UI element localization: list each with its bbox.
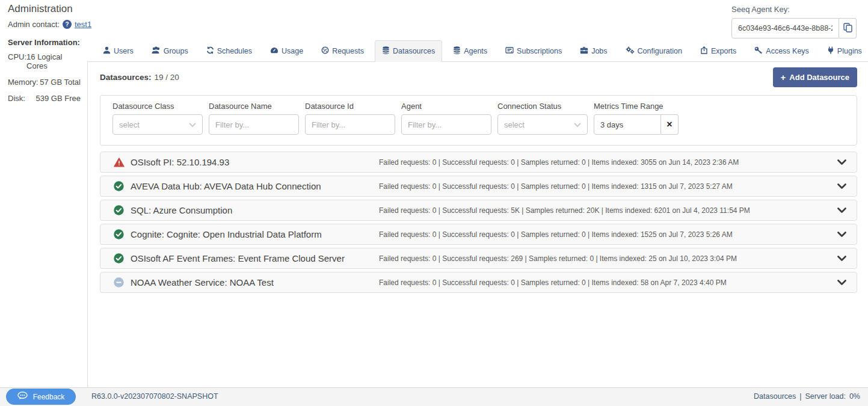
tab-requests[interactable]: Requests bbox=[314, 40, 371, 62]
datasource-id-input[interactable] bbox=[305, 114, 395, 135]
clear-filter-button[interactable]: × bbox=[661, 114, 679, 135]
tab-label: Access Keys bbox=[766, 47, 809, 55]
datasource-row-sql[interactable]: SQL: Azure Consumption Failed requests: … bbox=[100, 200, 857, 221]
feedback-button[interactable]: Feedback bbox=[6, 389, 76, 405]
tab-bar: Users Groups Schedules Usage Requests Da… bbox=[87, 0, 868, 62]
chevron-down-icon bbox=[189, 120, 196, 129]
tab-exports[interactable]: Exports bbox=[693, 40, 743, 62]
plus-icon: + bbox=[781, 75, 786, 81]
select-placeholder: select bbox=[119, 120, 140, 129]
datasources-heading: Datasources: bbox=[100, 73, 152, 82]
page-title: Administration bbox=[8, 3, 73, 15]
tab-label: Users bbox=[114, 47, 134, 55]
server-info-disk: Disk: 539 GB Free bbox=[8, 94, 81, 103]
refresh-icon bbox=[206, 46, 214, 56]
clear-x-icon: × bbox=[666, 119, 672, 130]
server-info-cpu: CPU: 16 Logical Cores bbox=[8, 52, 81, 70]
datasource-stats: Failed requests: 0 | Successful requests… bbox=[379, 254, 831, 263]
version-text: R63.0.0-v202307070802-SNAPSHOT bbox=[91, 392, 218, 401]
expand-chevron-icon[interactable] bbox=[837, 231, 847, 238]
feedback-label: Feedback bbox=[33, 393, 65, 401]
disk-value: 539 GB Free bbox=[36, 94, 81, 103]
tab-schedules[interactable]: Schedules bbox=[199, 40, 259, 62]
datasource-title: OSIsoft PI: 52.10.194.93 bbox=[131, 157, 379, 167]
tab-jobs[interactable]: Jobs bbox=[573, 40, 614, 62]
cpu-label: CPU: bbox=[8, 52, 26, 70]
metrics-time-range-input[interactable] bbox=[594, 114, 661, 135]
memory-value: 57 GB Total bbox=[40, 78, 81, 87]
datasources-count: Datasources:19 / 20 bbox=[100, 73, 179, 82]
datasource-name-input[interactable] bbox=[209, 114, 299, 135]
status-disabled-icon bbox=[114, 277, 125, 288]
tab-configuration[interactable]: Configuration bbox=[618, 40, 689, 62]
tab-label: Groups bbox=[164, 47, 188, 55]
users-icon bbox=[152, 46, 161, 56]
datasource-stats: Failed requests: 0 | Successful requests… bbox=[379, 230, 831, 239]
add-datasource-label: Add Datasource bbox=[789, 73, 849, 82]
expand-chevron-icon[interactable] bbox=[837, 183, 847, 189]
datasource-stats: Failed requests: 0 | Successful requests… bbox=[379, 182, 831, 191]
datasource-list: OSIsoft PI: 52.10.194.93 Failed requests… bbox=[100, 152, 857, 293]
datasource-stats: Failed requests: 0 | Successful requests… bbox=[379, 278, 831, 287]
tab-label: Jobs bbox=[591, 47, 607, 55]
status-bar: Feedback R63.0.0-v202307070802-SNAPSHOT … bbox=[0, 387, 868, 406]
status-error-icon bbox=[114, 157, 125, 167]
agent-input[interactable] bbox=[401, 114, 491, 135]
datasource-title: SQL: Azure Consumption bbox=[131, 205, 379, 215]
footer-status: Datasources | Server load: 0% bbox=[754, 392, 860, 401]
history-icon bbox=[321, 46, 329, 56]
status-connected-icon bbox=[114, 181, 125, 191]
datasource-stats: Failed requests: 0 | Successful requests… bbox=[379, 206, 831, 215]
filter-label: Agent bbox=[401, 102, 491, 111]
filter-datasource-name: Datasource Name bbox=[209, 102, 299, 135]
tab-label: Configuration bbox=[638, 47, 682, 55]
tab-label: Datasources bbox=[393, 47, 435, 55]
plug-icon bbox=[827, 46, 834, 56]
expand-chevron-icon[interactable] bbox=[837, 279, 847, 286]
datasources-panel: Datasources:19 / 20 + Add Datasource Dat… bbox=[87, 62, 868, 387]
expand-chevron-icon[interactable] bbox=[837, 255, 847, 262]
tab-datasources[interactable]: Datasources bbox=[375, 40, 442, 62]
tab-access-keys[interactable]: Access Keys bbox=[747, 40, 816, 62]
server-load-value: 0% bbox=[849, 392, 860, 401]
briefcase-icon bbox=[580, 46, 588, 56]
expand-chevron-icon[interactable] bbox=[837, 207, 847, 214]
connection-status-select[interactable]: select bbox=[497, 114, 588, 135]
datasource-row-aveva[interactable]: AVEVA Data Hub: AVEVA Data Hub Connectio… bbox=[100, 176, 857, 197]
cpu-value: 16 Logical Cores bbox=[26, 52, 81, 70]
datasource-row-osisoft-pi[interactable]: OSIsoft PI: 52.10.194.93 Failed requests… bbox=[100, 152, 857, 173]
chevron-down-icon bbox=[574, 120, 581, 129]
filter-label: Datasource Name bbox=[209, 102, 299, 111]
tab-groups[interactable]: Groups bbox=[144, 40, 195, 62]
filter-metrics-time-range: Metrics Time Range × bbox=[594, 102, 679, 135]
tab-subscriptions[interactable]: Subscriptions bbox=[498, 40, 569, 62]
footer-divider: | bbox=[799, 392, 801, 401]
tab-agents[interactable]: Agents bbox=[446, 40, 494, 62]
datasource-title: Cognite: Cognite: Open Industrial Data P… bbox=[131, 229, 379, 239]
server-load-label: Server load: bbox=[805, 392, 846, 401]
datasources-count-value: 19 / 20 bbox=[155, 73, 179, 82]
tab-label: Requests bbox=[332, 47, 364, 55]
subscriptions-icon bbox=[505, 46, 514, 56]
database-icon bbox=[453, 46, 461, 56]
datasource-row-osisoft-af[interactable]: OSIsoft AF Event Frames: Event Frame Clo… bbox=[100, 248, 857, 269]
filter-panel: Datasource Class select Datasource Name … bbox=[100, 95, 857, 146]
add-datasource-button[interactable]: + Add Datasource bbox=[773, 67, 857, 87]
tab-plugins[interactable]: Plugins bbox=[820, 40, 868, 62]
expand-chevron-icon[interactable] bbox=[837, 159, 847, 165]
datasource-row-noaa[interactable]: NOAA Weather Service: NOAA Test Failed r… bbox=[100, 272, 857, 293]
tab-users[interactable]: Users bbox=[96, 40, 141, 62]
datasource-stats: Failed requests: 0 | Successful requests… bbox=[379, 158, 831, 167]
tab-usage[interactable]: Usage bbox=[263, 40, 310, 62]
datasource-row-cognite[interactable]: Cognite: Cognite: Open Industrial Data P… bbox=[100, 224, 857, 245]
datasource-class-select[interactable]: select bbox=[112, 114, 203, 135]
tab-label: Agents bbox=[464, 47, 487, 55]
datasource-title: NOAA Weather Service: NOAA Test bbox=[131, 277, 379, 288]
filter-datasource-class: Datasource Class select bbox=[112, 102, 203, 135]
filter-datasource-id: Datasource Id bbox=[305, 102, 395, 135]
key-icon bbox=[754, 46, 763, 56]
filter-agent: Agent bbox=[401, 102, 491, 135]
filter-connection-status: Connection Status select bbox=[497, 102, 588, 135]
gears-icon bbox=[626, 46, 635, 56]
status-connected-icon bbox=[114, 229, 125, 239]
